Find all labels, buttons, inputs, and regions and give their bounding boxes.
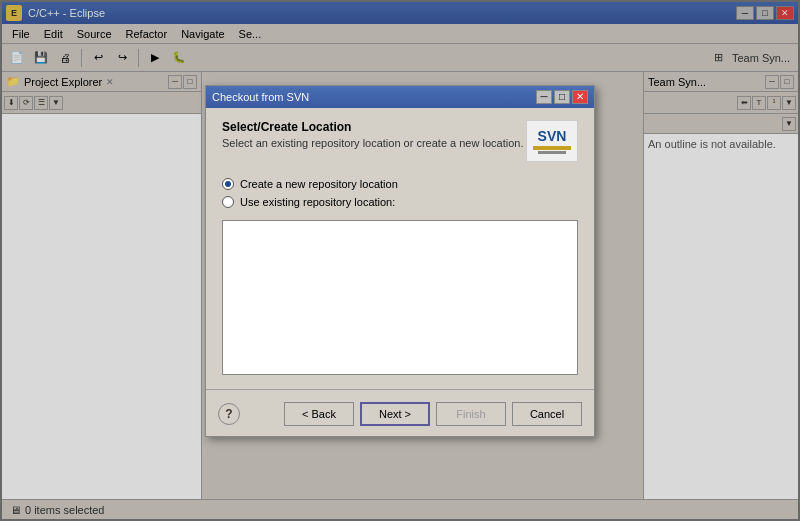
repository-list[interactable] <box>222 220 578 375</box>
dialog-maximize-btn[interactable]: □ <box>554 90 570 104</box>
radio-existing-input[interactable] <box>222 196 234 208</box>
svn-logo-text: SVN <box>538 128 567 144</box>
cancel-button[interactable]: Cancel <box>512 402 582 426</box>
dialog-header: Select/Create Location Select an existin… <box>222 120 578 162</box>
dialog-buttons: ? < Back Next > Finish Cancel <box>206 396 594 436</box>
svn-logo: SVN <box>526 120 578 162</box>
radio-existing-label: Use existing repository location: <box>240 196 395 208</box>
svn-logo-bar <box>533 146 571 150</box>
dialog-body: Select/Create Location Select an existin… <box>206 108 594 383</box>
dialog-buttons-right: < Back Next > Finish Cancel <box>284 402 582 426</box>
dialog-subtitle: Select an existing repository location o… <box>222 137 526 149</box>
radio-new-location[interactable]: Create a new repository location <box>222 178 578 190</box>
dialog-header-text: Select/Create Location Select an existin… <box>222 120 526 149</box>
radio-new-label: Create a new repository location <box>240 178 398 190</box>
dialog-title-bar: Checkout from SVN ─ □ ✕ <box>206 86 594 108</box>
radio-existing-location[interactable]: Use existing repository location: <box>222 196 578 208</box>
dialog-close-btn[interactable]: ✕ <box>572 90 588 104</box>
dialog-main-title: Select/Create Location <box>222 120 526 134</box>
radio-group: Create a new repository location Use exi… <box>222 178 578 208</box>
dialog-title-controls: ─ □ ✕ <box>536 90 588 104</box>
dialog-minimize-btn[interactable]: ─ <box>536 90 552 104</box>
checkout-dialog: Checkout from SVN ─ □ ✕ Select/Create Lo… <box>205 85 595 437</box>
radio-new-input[interactable] <box>222 178 234 190</box>
svn-logo-subbar <box>538 151 566 154</box>
back-button[interactable]: < Back <box>284 402 354 426</box>
modal-overlay: Checkout from SVN ─ □ ✕ Select/Create Lo… <box>0 0 800 521</box>
dialog-title-text: Checkout from SVN <box>212 91 309 103</box>
finish-button[interactable]: Finish <box>436 402 506 426</box>
help-button[interactable]: ? <box>218 403 240 425</box>
dialog-separator <box>206 389 594 390</box>
next-button[interactable]: Next > <box>360 402 430 426</box>
